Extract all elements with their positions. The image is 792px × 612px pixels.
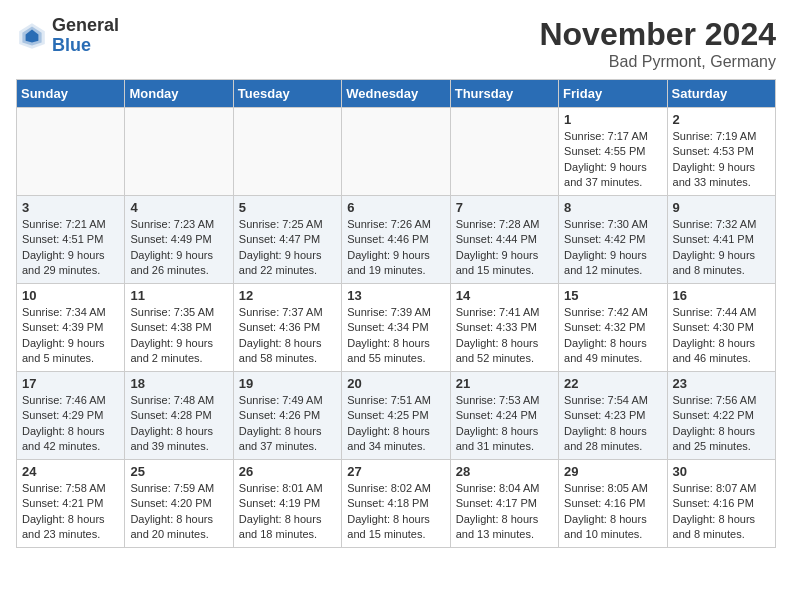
calendar-cell: 13Sunrise: 7:39 AM Sunset: 4:34 PM Dayli… <box>342 284 450 372</box>
day-info: Sunrise: 7:49 AM Sunset: 4:26 PM Dayligh… <box>239 393 336 455</box>
calendar-cell: 22Sunrise: 7:54 AM Sunset: 4:23 PM Dayli… <box>559 372 667 460</box>
day-number: 16 <box>673 288 770 303</box>
day-info: Sunrise: 7:28 AM Sunset: 4:44 PM Dayligh… <box>456 217 553 279</box>
day-info: Sunrise: 7:51 AM Sunset: 4:25 PM Dayligh… <box>347 393 444 455</box>
calendar-cell: 4Sunrise: 7:23 AM Sunset: 4:49 PM Daylig… <box>125 196 233 284</box>
day-info: Sunrise: 8:05 AM Sunset: 4:16 PM Dayligh… <box>564 481 661 543</box>
calendar-cell: 12Sunrise: 7:37 AM Sunset: 4:36 PM Dayli… <box>233 284 341 372</box>
day-info: Sunrise: 7:58 AM Sunset: 4:21 PM Dayligh… <box>22 481 119 543</box>
calendar-week-row: 3Sunrise: 7:21 AM Sunset: 4:51 PM Daylig… <box>17 196 776 284</box>
day-number: 25 <box>130 464 227 479</box>
calendar-cell: 15Sunrise: 7:42 AM Sunset: 4:32 PM Dayli… <box>559 284 667 372</box>
page-header: General Blue November 2024 Bad Pyrmont, … <box>16 16 776 71</box>
column-header-wednesday: Wednesday <box>342 80 450 108</box>
calendar-week-row: 17Sunrise: 7:46 AM Sunset: 4:29 PM Dayli… <box>17 372 776 460</box>
calendar-cell: 18Sunrise: 7:48 AM Sunset: 4:28 PM Dayli… <box>125 372 233 460</box>
calendar-cell: 21Sunrise: 7:53 AM Sunset: 4:24 PM Dayli… <box>450 372 558 460</box>
day-number: 11 <box>130 288 227 303</box>
day-number: 5 <box>239 200 336 215</box>
calendar-cell <box>233 108 341 196</box>
day-info: Sunrise: 7:30 AM Sunset: 4:42 PM Dayligh… <box>564 217 661 279</box>
calendar-cell: 26Sunrise: 8:01 AM Sunset: 4:19 PM Dayli… <box>233 460 341 548</box>
logo-icon <box>16 20 48 52</box>
calendar-cell <box>17 108 125 196</box>
day-info: Sunrise: 7:59 AM Sunset: 4:20 PM Dayligh… <box>130 481 227 543</box>
day-number: 23 <box>673 376 770 391</box>
day-info: Sunrise: 7:17 AM Sunset: 4:55 PM Dayligh… <box>564 129 661 191</box>
day-info: Sunrise: 7:25 AM Sunset: 4:47 PM Dayligh… <box>239 217 336 279</box>
day-info: Sunrise: 7:34 AM Sunset: 4:39 PM Dayligh… <box>22 305 119 367</box>
day-number: 2 <box>673 112 770 127</box>
day-info: Sunrise: 7:23 AM Sunset: 4:49 PM Dayligh… <box>130 217 227 279</box>
day-number: 30 <box>673 464 770 479</box>
day-info: Sunrise: 7:53 AM Sunset: 4:24 PM Dayligh… <box>456 393 553 455</box>
calendar-cell: 1Sunrise: 7:17 AM Sunset: 4:55 PM Daylig… <box>559 108 667 196</box>
day-info: Sunrise: 7:19 AM Sunset: 4:53 PM Dayligh… <box>673 129 770 191</box>
day-info: Sunrise: 7:35 AM Sunset: 4:38 PM Dayligh… <box>130 305 227 367</box>
calendar-cell: 25Sunrise: 7:59 AM Sunset: 4:20 PM Dayli… <box>125 460 233 548</box>
day-info: Sunrise: 7:42 AM Sunset: 4:32 PM Dayligh… <box>564 305 661 367</box>
calendar-cell: 24Sunrise: 7:58 AM Sunset: 4:21 PM Dayli… <box>17 460 125 548</box>
day-number: 26 <box>239 464 336 479</box>
calendar-cell: 29Sunrise: 8:05 AM Sunset: 4:16 PM Dayli… <box>559 460 667 548</box>
day-number: 27 <box>347 464 444 479</box>
day-number: 21 <box>456 376 553 391</box>
calendar-week-row: 24Sunrise: 7:58 AM Sunset: 4:21 PM Dayli… <box>17 460 776 548</box>
day-info: Sunrise: 7:48 AM Sunset: 4:28 PM Dayligh… <box>130 393 227 455</box>
calendar-cell: 8Sunrise: 7:30 AM Sunset: 4:42 PM Daylig… <box>559 196 667 284</box>
day-info: Sunrise: 8:04 AM Sunset: 4:17 PM Dayligh… <box>456 481 553 543</box>
day-number: 29 <box>564 464 661 479</box>
calendar-cell: 6Sunrise: 7:26 AM Sunset: 4:46 PM Daylig… <box>342 196 450 284</box>
day-info: Sunrise: 7:39 AM Sunset: 4:34 PM Dayligh… <box>347 305 444 367</box>
calendar-cell: 27Sunrise: 8:02 AM Sunset: 4:18 PM Dayli… <box>342 460 450 548</box>
calendar-cell: 30Sunrise: 8:07 AM Sunset: 4:16 PM Dayli… <box>667 460 775 548</box>
day-info: Sunrise: 7:21 AM Sunset: 4:51 PM Dayligh… <box>22 217 119 279</box>
calendar-table: SundayMondayTuesdayWednesdayThursdayFrid… <box>16 79 776 548</box>
day-info: Sunrise: 7:46 AM Sunset: 4:29 PM Dayligh… <box>22 393 119 455</box>
day-number: 7 <box>456 200 553 215</box>
day-info: Sunrise: 7:41 AM Sunset: 4:33 PM Dayligh… <box>456 305 553 367</box>
day-number: 24 <box>22 464 119 479</box>
column-header-friday: Friday <box>559 80 667 108</box>
month-title: November 2024 <box>539 16 776 53</box>
calendar-cell: 7Sunrise: 7:28 AM Sunset: 4:44 PM Daylig… <box>450 196 558 284</box>
calendar-cell <box>342 108 450 196</box>
calendar-cell: 20Sunrise: 7:51 AM Sunset: 4:25 PM Dayli… <box>342 372 450 460</box>
column-header-saturday: Saturday <box>667 80 775 108</box>
logo-text: General Blue <box>52 16 119 56</box>
calendar-cell: 16Sunrise: 7:44 AM Sunset: 4:30 PM Dayli… <box>667 284 775 372</box>
day-number: 8 <box>564 200 661 215</box>
calendar-cell: 14Sunrise: 7:41 AM Sunset: 4:33 PM Dayli… <box>450 284 558 372</box>
calendar-cell: 23Sunrise: 7:56 AM Sunset: 4:22 PM Dayli… <box>667 372 775 460</box>
day-info: Sunrise: 7:37 AM Sunset: 4:36 PM Dayligh… <box>239 305 336 367</box>
calendar-cell: 3Sunrise: 7:21 AM Sunset: 4:51 PM Daylig… <box>17 196 125 284</box>
day-number: 14 <box>456 288 553 303</box>
day-info: Sunrise: 7:54 AM Sunset: 4:23 PM Dayligh… <box>564 393 661 455</box>
day-info: Sunrise: 8:01 AM Sunset: 4:19 PM Dayligh… <box>239 481 336 543</box>
calendar-cell: 17Sunrise: 7:46 AM Sunset: 4:29 PM Dayli… <box>17 372 125 460</box>
day-number: 19 <box>239 376 336 391</box>
day-info: Sunrise: 7:26 AM Sunset: 4:46 PM Dayligh… <box>347 217 444 279</box>
title-section: November 2024 Bad Pyrmont, Germany <box>539 16 776 71</box>
calendar-cell: 9Sunrise: 7:32 AM Sunset: 4:41 PM Daylig… <box>667 196 775 284</box>
day-info: Sunrise: 8:07 AM Sunset: 4:16 PM Dayligh… <box>673 481 770 543</box>
calendar-cell: 28Sunrise: 8:04 AM Sunset: 4:17 PM Dayli… <box>450 460 558 548</box>
day-number: 15 <box>564 288 661 303</box>
day-number: 18 <box>130 376 227 391</box>
day-number: 9 <box>673 200 770 215</box>
calendar-cell <box>125 108 233 196</box>
day-number: 4 <box>130 200 227 215</box>
calendar-cell: 2Sunrise: 7:19 AM Sunset: 4:53 PM Daylig… <box>667 108 775 196</box>
column-header-monday: Monday <box>125 80 233 108</box>
column-header-thursday: Thursday <box>450 80 558 108</box>
day-info: Sunrise: 7:32 AM Sunset: 4:41 PM Dayligh… <box>673 217 770 279</box>
column-header-sunday: Sunday <box>17 80 125 108</box>
day-number: 17 <box>22 376 119 391</box>
column-header-tuesday: Tuesday <box>233 80 341 108</box>
calendar-cell: 5Sunrise: 7:25 AM Sunset: 4:47 PM Daylig… <box>233 196 341 284</box>
calendar-header-row: SundayMondayTuesdayWednesdayThursdayFrid… <box>17 80 776 108</box>
calendar-week-row: 1Sunrise: 7:17 AM Sunset: 4:55 PM Daylig… <box>17 108 776 196</box>
location: Bad Pyrmont, Germany <box>539 53 776 71</box>
calendar-cell: 10Sunrise: 7:34 AM Sunset: 4:39 PM Dayli… <box>17 284 125 372</box>
day-number: 10 <box>22 288 119 303</box>
